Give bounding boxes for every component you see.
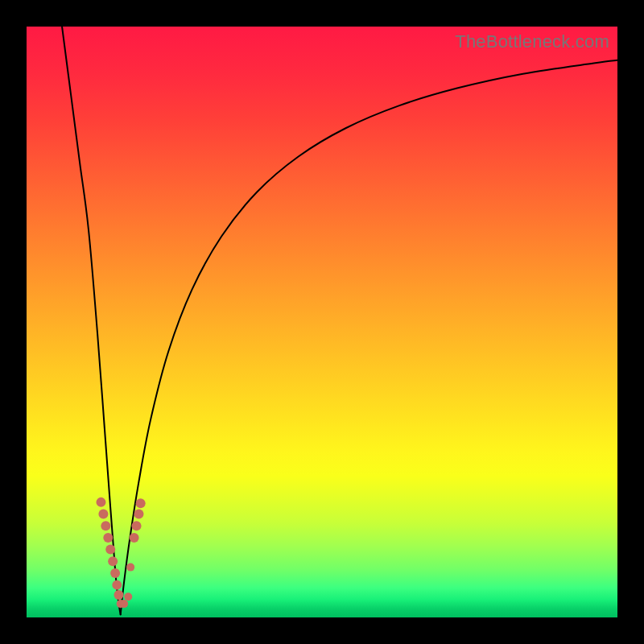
plot-area: TheBottleneck.com xyxy=(27,27,617,617)
chart-svg xyxy=(27,27,617,617)
scatter-dot xyxy=(114,590,124,600)
scatter-dot xyxy=(105,545,115,555)
scatter-dot xyxy=(108,556,118,566)
scatter-dot xyxy=(136,498,146,508)
scatter-dot xyxy=(134,510,143,519)
curve-left xyxy=(62,27,121,614)
chart-frame: TheBottleneck.com xyxy=(0,0,644,644)
scatter-dot xyxy=(124,592,132,601)
scatter-dot xyxy=(130,533,139,543)
scatter-dot xyxy=(132,521,142,530)
scatter-cluster xyxy=(96,497,145,608)
scatter-dot xyxy=(103,533,113,543)
scatter-dot xyxy=(96,497,105,507)
scatter-dot xyxy=(126,564,134,572)
curve-right xyxy=(121,60,617,614)
scatter-dot xyxy=(101,521,110,530)
scatter-dot xyxy=(98,510,108,519)
scatter-dot xyxy=(110,568,120,578)
scatter-dot xyxy=(120,600,128,608)
scatter-dot xyxy=(112,580,122,590)
